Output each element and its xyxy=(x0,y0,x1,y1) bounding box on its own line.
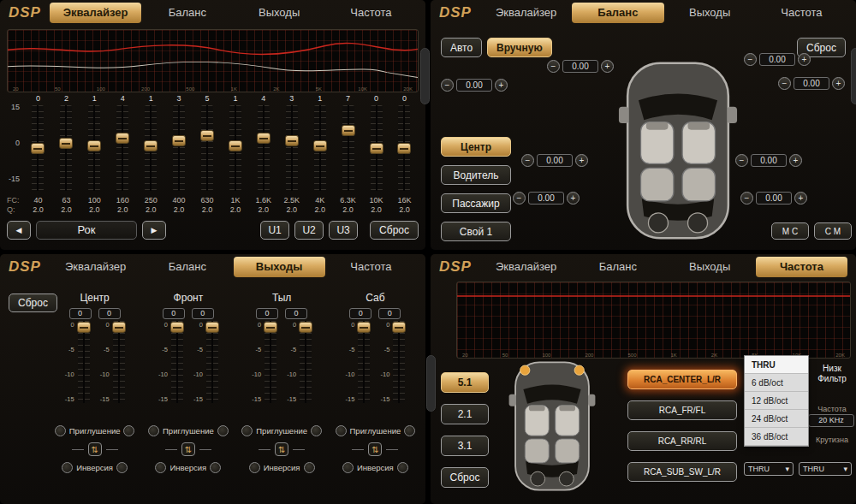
slider-thumb[interactable] xyxy=(112,322,126,333)
eq-band-slider[interactable] xyxy=(172,105,186,191)
eq-band-slider[interactable] xyxy=(397,105,411,191)
output-gain-slider[interactable] xyxy=(357,321,371,403)
link-channels-button[interactable]: ⇅ xyxy=(275,442,288,456)
cm-button[interactable]: C M xyxy=(814,222,852,240)
slider-thumb[interactable] xyxy=(170,322,184,333)
mode-button-3.1[interactable]: 3.1 xyxy=(441,436,489,456)
minus-button[interactable]: − xyxy=(744,53,757,66)
tab-2[interactable]: Выходы xyxy=(664,257,756,277)
mute-toggle-right[interactable] xyxy=(123,425,134,436)
preset-prev-button[interactable]: ◀ xyxy=(7,221,31,240)
output-gain-slider[interactable] xyxy=(205,321,219,403)
channel-button-RCA_SUB_SW_L/R[interactable]: RCA_SUB_SW_L/R xyxy=(627,462,737,482)
preset-next-button[interactable]: ▶ xyxy=(142,221,166,240)
tab-0[interactable]: Эквалайзер xyxy=(50,3,141,23)
slider-thumb[interactable] xyxy=(87,140,101,151)
channel-button-RCA_CENTER_L/R[interactable]: RCA_CENTER_L/R xyxy=(627,370,737,389)
slider-thumb[interactable] xyxy=(285,135,299,146)
eq-reset-button[interactable]: Сброс xyxy=(370,221,419,240)
slider-thumb[interactable] xyxy=(264,322,277,333)
eq-band-slider[interactable] xyxy=(31,105,45,191)
invert-toggle-left[interactable] xyxy=(155,462,166,473)
plus-button[interactable]: + xyxy=(575,154,588,167)
channel-button-RCA_RR/RL[interactable]: RCA_RR/RL xyxy=(627,431,737,451)
panel-handle[interactable] xyxy=(420,48,430,104)
slider-thumb[interactable] xyxy=(116,133,129,144)
slider-thumb[interactable] xyxy=(229,140,242,151)
minus-button[interactable]: − xyxy=(441,79,454,92)
plus-button[interactable]: + xyxy=(798,53,811,66)
link-channels-button[interactable]: ⇅ xyxy=(88,442,102,456)
eq-band-slider[interactable] xyxy=(144,105,158,191)
tab-0[interactable]: Эквалайзер xyxy=(480,3,572,23)
plus-button[interactable]: + xyxy=(789,154,802,167)
slider-thumb[interactable] xyxy=(392,322,406,333)
output-gain-slider[interactable] xyxy=(299,321,312,403)
manual-mode-button[interactable]: Вручную xyxy=(487,38,552,57)
invert-toggle-left[interactable] xyxy=(342,462,354,473)
auto-mode-button[interactable]: Авто xyxy=(441,38,482,57)
slider-thumb[interactable] xyxy=(397,143,411,154)
invert-toggle-right[interactable] xyxy=(304,462,315,473)
tab-3[interactable]: Частота xyxy=(756,3,847,23)
tab-1[interactable]: Баланс xyxy=(572,257,663,277)
tab-1[interactable]: Баланс xyxy=(572,3,663,23)
eq-band-slider[interactable] xyxy=(257,105,270,191)
lp-filter-select[interactable]: THRU ▾ xyxy=(799,462,852,476)
output-gain-slider[interactable] xyxy=(170,321,184,403)
mute-toggle-right[interactable] xyxy=(217,425,229,436)
memory-button-U2[interactable]: U2 xyxy=(294,221,324,240)
hp-filter-select[interactable]: THRU ▾ xyxy=(744,462,794,476)
mode-button-5.1[interactable]: 5.1 xyxy=(441,372,489,393)
eq-band-slider[interactable] xyxy=(370,105,383,191)
plus-button[interactable]: + xyxy=(832,77,845,90)
tab-2[interactable]: Выходы xyxy=(234,257,325,277)
minus-button[interactable]: − xyxy=(547,60,560,73)
link-channels-button[interactable]: ⇅ xyxy=(181,442,195,456)
dropdown-option-24 dB/oct[interactable]: 24 dB/oct xyxy=(745,410,808,428)
tab-0[interactable]: Эквалайзер xyxy=(480,257,572,277)
slider-thumb[interactable] xyxy=(370,143,383,154)
tab-1[interactable]: Баланс xyxy=(141,257,233,277)
memory-button-U1[interactable]: U1 xyxy=(260,221,289,240)
eq-band-slider[interactable] xyxy=(59,105,73,191)
dropdown-option-THRU[interactable]: THRU xyxy=(745,356,808,374)
plus-button[interactable]: + xyxy=(495,79,508,92)
mute-toggle-right[interactable] xyxy=(404,425,415,436)
minus-button[interactable]: − xyxy=(735,154,748,167)
plus-button[interactable]: + xyxy=(794,192,807,205)
minus-button[interactable]: − xyxy=(778,77,791,90)
slider-thumb[interactable] xyxy=(357,322,371,333)
mute-toggle-left[interactable] xyxy=(148,425,159,436)
position-button-Водитель[interactable]: Водитель xyxy=(441,165,511,185)
mute-toggle-left[interactable] xyxy=(241,425,253,436)
tab-0[interactable]: Эквалайзер xyxy=(50,257,141,277)
eq-band-slider[interactable] xyxy=(87,105,101,191)
slider-thumb[interactable] xyxy=(31,143,45,154)
slider-thumb[interactable] xyxy=(144,140,158,151)
invert-toggle-right[interactable] xyxy=(397,462,408,473)
eq-band-slider[interactable] xyxy=(229,105,242,191)
position-button-Центр[interactable]: Центр xyxy=(441,137,511,157)
position-button-Пассажир[interactable]: Пассажир xyxy=(441,193,511,213)
output-gain-slider[interactable] xyxy=(392,321,406,403)
position-button-Свой 1[interactable]: Свой 1 xyxy=(441,222,511,241)
mute-toggle-left[interactable] xyxy=(55,425,66,436)
output-gain-slider[interactable] xyxy=(112,321,126,403)
mode-button-2.1[interactable]: 2.1 xyxy=(441,404,489,424)
eq-band-slider[interactable] xyxy=(342,105,355,191)
slider-thumb[interactable] xyxy=(342,125,355,136)
invert-toggle-left[interactable] xyxy=(249,462,260,473)
slider-thumb[interactable] xyxy=(200,130,214,141)
invert-toggle-left[interactable] xyxy=(62,462,73,473)
tab-1[interactable]: Баланс xyxy=(141,3,233,23)
invert-toggle-right[interactable] xyxy=(210,462,221,473)
tab-2[interactable]: Выходы xyxy=(664,3,756,23)
tab-3[interactable]: Частота xyxy=(325,3,417,23)
eq-band-slider[interactable] xyxy=(116,105,129,191)
invert-toggle-right[interactable] xyxy=(116,462,128,473)
dropdown-option-12 dB/oct[interactable]: 12 dB/oct xyxy=(745,392,808,410)
slider-thumb[interactable] xyxy=(77,322,91,333)
mute-toggle-right[interactable] xyxy=(311,425,322,436)
slider-thumb[interactable] xyxy=(205,322,219,333)
